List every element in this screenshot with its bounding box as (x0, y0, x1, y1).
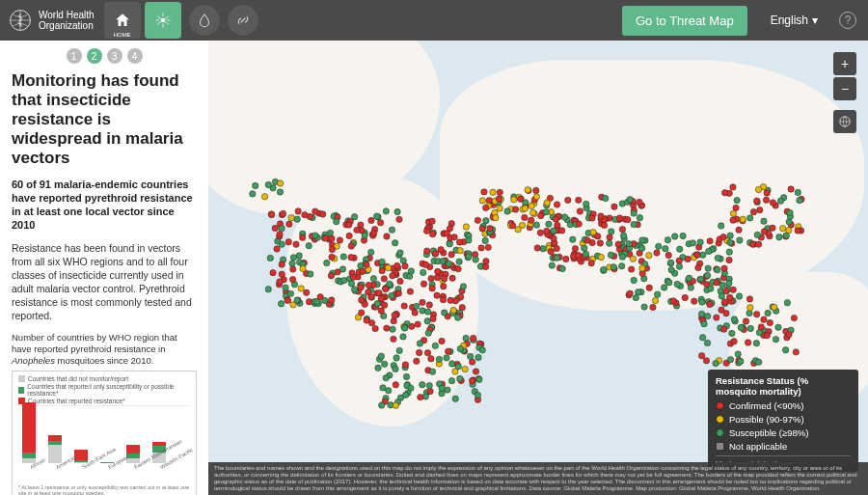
svg-point-799 (704, 313, 710, 318)
svg-point-477 (493, 214, 499, 220)
svg-point-265 (390, 326, 395, 332)
svg-point-67 (358, 222, 364, 228)
svg-point-50 (306, 299, 312, 305)
svg-point-207 (359, 297, 365, 303)
svg-point-801 (714, 315, 719, 320)
svg-point-251 (381, 302, 387, 308)
svg-point-347 (476, 376, 482, 382)
svg-point-156 (350, 274, 356, 280)
step-3[interactable]: 3 (107, 48, 122, 64)
svg-point-140 (334, 219, 339, 225)
svg-point-266 (379, 259, 385, 264)
svg-point-268 (408, 268, 414, 274)
svg-point-412 (482, 263, 488, 269)
language-selector[interactable]: English ▾ (771, 14, 818, 27)
svg-point-804 (730, 210, 736, 216)
svg-point-480 (496, 196, 502, 202)
svg-point-321 (386, 388, 392, 394)
svg-point-352 (475, 392, 480, 398)
svg-point-428 (446, 261, 451, 266)
step-2[interactable]: 2 (87, 48, 102, 64)
svg-point-677 (654, 291, 660, 297)
svg-point-338 (470, 335, 475, 341)
svg-point-827 (737, 237, 743, 243)
svg-point-443 (512, 206, 518, 212)
step-4[interactable]: 4 (127, 48, 143, 64)
zoom-in-button[interactable]: + (833, 52, 856, 75)
svg-point-430 (473, 257, 478, 262)
svg-point-113 (267, 255, 273, 261)
nav-home[interactable]: HOME (104, 2, 141, 39)
bar-chart: Countries that did not monitor/reportCou… (12, 371, 197, 495)
svg-point-49 (337, 237, 342, 243)
svg-point-28 (270, 269, 276, 275)
svg-point-797 (791, 315, 797, 320)
svg-point-289 (396, 347, 402, 353)
step-1[interactable]: 1 (67, 48, 82, 64)
svg-point-243 (392, 313, 397, 318)
svg-point-787 (782, 347, 788, 353)
svg-point-789 (746, 310, 752, 316)
svg-point-8 (274, 246, 280, 252)
svg-point-773 (727, 356, 733, 362)
svg-point-60 (367, 249, 373, 255)
svg-point-839 (797, 197, 802, 203)
svg-point-478 (533, 187, 539, 193)
chevron-down-icon: ▾ (812, 14, 818, 27)
svg-point-159 (299, 234, 305, 240)
svg-point-337 (414, 358, 420, 364)
globe-button[interactable] (833, 110, 856, 133)
svg-point-118 (328, 272, 334, 278)
svg-point-154 (374, 213, 380, 219)
nav-link[interactable] (228, 5, 258, 36)
svg-point-131 (329, 235, 335, 241)
svg-point-453 (497, 189, 502, 195)
svg-point-822 (776, 234, 782, 240)
svg-point-226 (424, 318, 430, 324)
svg-point-763 (698, 352, 704, 358)
svg-point-310 (380, 385, 386, 391)
svg-point-355 (393, 402, 398, 408)
svg-point-561 (554, 255, 559, 261)
svg-point-869 (253, 182, 258, 188)
svg-point-379 (463, 224, 469, 230)
zoom-out-button[interactable]: − (833, 77, 856, 100)
svg-point-531 (549, 262, 555, 268)
map-controls: + − (833, 52, 856, 133)
map[interactable]: + − Resistance Status (% mosquito mortal… (208, 41, 868, 495)
svg-point-743 (753, 312, 759, 317)
svg-point-360 (402, 362, 408, 368)
panel-subtitle: 60 of 91 malaria-endemic countries have … (12, 178, 197, 232)
svg-point-532 (582, 245, 587, 251)
svg-point-244 (460, 284, 466, 289)
svg-point-53 (377, 220, 383, 226)
go-to-threat-map-button[interactable]: Go to Threat Map (622, 6, 747, 36)
svg-point-686 (682, 294, 688, 300)
svg-point-573 (631, 221, 637, 227)
svg-point-241 (450, 307, 456, 313)
svg-point-344 (403, 373, 409, 379)
svg-point-784 (755, 359, 761, 365)
svg-point-303 (428, 356, 434, 362)
svg-point-811 (727, 233, 733, 238)
svg-point-217 (415, 321, 420, 327)
svg-point-858 (770, 200, 775, 206)
svg-point-796 (786, 332, 792, 338)
svg-point-863 (250, 191, 256, 197)
help-button[interactable]: ? (839, 12, 856, 29)
svg-point-717 (667, 260, 673, 265)
nav-mosquito[interactable] (145, 2, 181, 39)
svg-point-699 (699, 299, 705, 305)
nav-drop[interactable] (189, 5, 220, 36)
svg-point-663 (670, 298, 676, 304)
svg-point-465 (529, 209, 535, 215)
svg-point-725 (631, 277, 637, 283)
svg-point-517 (631, 210, 637, 216)
svg-point-191 (360, 268, 366, 274)
svg-point-253 (366, 282, 371, 288)
svg-point-4 (294, 216, 300, 222)
svg-point-177 (428, 275, 434, 281)
svg-point-445 (481, 189, 487, 195)
svg-point-75 (368, 217, 374, 223)
svg-point-845 (795, 228, 800, 234)
